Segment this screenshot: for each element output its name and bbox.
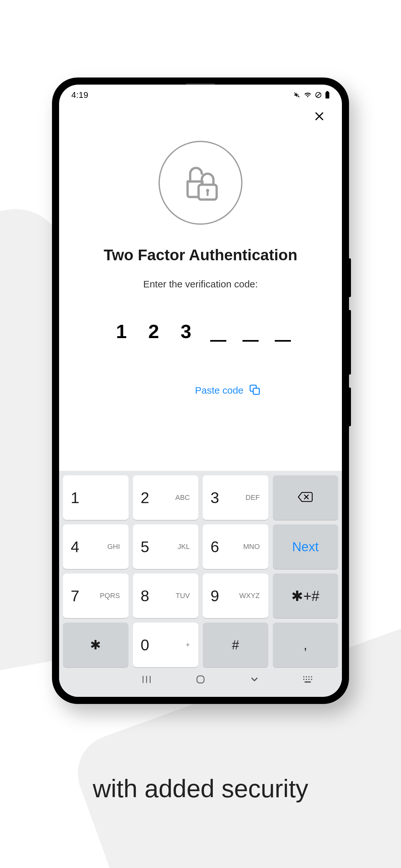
svg-point-23 xyxy=(308,679,310,680)
status-bar: 4:19 xyxy=(59,85,342,105)
code-digit: 3 xyxy=(178,322,194,342)
code-digit: 2 xyxy=(146,322,162,342)
key-num: 3 xyxy=(211,489,219,507)
key-num: 9 xyxy=(211,587,219,605)
content: Two Factor Authentication Enter the veri… xyxy=(59,125,342,397)
key-num: 5 xyxy=(141,538,150,556)
key-1[interactable]: 1 xyxy=(63,475,128,520)
key-letters: GHI xyxy=(107,542,120,551)
key-5[interactable]: 5 JKL xyxy=(133,524,198,569)
wifi-icon xyxy=(304,91,312,98)
svg-point-18 xyxy=(306,676,307,678)
svg-rect-2 xyxy=(326,92,329,98)
key-7[interactable]: 7 PQRS xyxy=(63,574,128,618)
key-star-label: ✱ xyxy=(90,638,101,652)
code-digit: 1 xyxy=(113,322,129,342)
screen: 4:19 xyxy=(59,85,342,697)
key-4[interactable]: 4 GHI xyxy=(63,524,128,569)
svg-point-22 xyxy=(306,679,307,680)
svg-point-17 xyxy=(303,676,305,678)
lock-circle xyxy=(158,141,243,225)
key-letters: TUV xyxy=(176,592,190,600)
code-input[interactable]: 1 2 3 xyxy=(113,322,291,342)
key-backspace[interactable] xyxy=(273,475,338,520)
key-hash-label: # xyxy=(232,638,239,652)
page-title: Two Factor Authentication xyxy=(104,246,297,264)
key-num: 7 xyxy=(71,587,80,605)
phone-side-button xyxy=(349,388,351,426)
close-button[interactable] xyxy=(312,109,327,125)
svg-rect-25 xyxy=(305,681,311,683)
key-letters: + xyxy=(186,641,190,649)
key-next-label: Next xyxy=(292,539,319,554)
key-0[interactable]: 0 + xyxy=(133,623,198,667)
key-star[interactable]: ✱ xyxy=(63,623,128,667)
key-letters: MNO xyxy=(243,542,259,551)
svg-rect-3 xyxy=(327,91,328,92)
close-icon xyxy=(313,111,325,123)
lock-icon xyxy=(175,156,226,209)
key-letters: PQRS xyxy=(100,592,120,600)
code-blank xyxy=(243,340,258,342)
topbar xyxy=(59,105,342,125)
svg-point-20 xyxy=(311,676,312,678)
key-num: 6 xyxy=(211,538,219,556)
paste-code-button[interactable]: Paste code xyxy=(72,383,329,397)
numeric-keyboard: 1 2 ABC 3 DEF 4 xyxy=(59,471,342,667)
svg-rect-16 xyxy=(197,676,204,683)
no-signal-icon xyxy=(315,91,322,98)
nav-recents-icon[interactable] xyxy=(141,675,152,685)
status-icons xyxy=(294,91,330,99)
key-3[interactable]: 3 DEF xyxy=(203,475,268,520)
backspace-icon xyxy=(297,491,313,504)
key-letters: JKL xyxy=(178,542,190,551)
phone-frame: 4:19 xyxy=(52,78,349,704)
marketing-caption: with added security xyxy=(0,774,401,803)
key-comma-label: , xyxy=(304,638,307,652)
code-blank xyxy=(275,340,291,342)
key-next[interactable]: Next xyxy=(273,524,338,569)
key-num: 8 xyxy=(141,587,150,605)
key-num: 2 xyxy=(141,489,150,507)
key-comma[interactable]: , xyxy=(273,623,338,667)
svg-point-24 xyxy=(311,679,312,680)
paste-code-label: Paste code xyxy=(195,385,243,396)
nav-back-icon[interactable] xyxy=(249,674,259,686)
key-8[interactable]: 8 TUV xyxy=(133,574,198,618)
key-hash[interactable]: # xyxy=(203,623,268,667)
key-symbols-label: ✱+# xyxy=(291,588,319,604)
phone-side-button xyxy=(349,258,351,297)
svg-point-21 xyxy=(303,679,305,680)
key-symbols[interactable]: ✱+# xyxy=(273,574,338,618)
android-navbar xyxy=(59,667,342,697)
key-num: 1 xyxy=(71,489,80,507)
key-2[interactable]: 2 ABC xyxy=(133,475,198,520)
nav-home-icon[interactable] xyxy=(195,674,206,686)
page-subtitle: Enter the verification code: xyxy=(143,279,258,290)
svg-rect-10 xyxy=(253,388,259,394)
copy-icon xyxy=(249,383,261,397)
key-letters: WXYZ xyxy=(239,592,260,600)
nav-keyboard-icon[interactable] xyxy=(303,676,314,685)
svg-line-1 xyxy=(316,93,320,97)
phone-side-button xyxy=(349,310,351,375)
key-num: 0 xyxy=(141,636,150,654)
key-letters: ABC xyxy=(175,493,190,502)
key-letters: DEF xyxy=(246,493,260,502)
status-time: 4:19 xyxy=(71,90,89,100)
svg-point-19 xyxy=(308,676,310,678)
key-9[interactable]: 9 WXYZ xyxy=(203,574,268,618)
mute-icon xyxy=(294,91,301,98)
battery-icon xyxy=(325,91,330,99)
key-num: 4 xyxy=(71,538,80,556)
code-blank xyxy=(210,340,226,342)
key-6[interactable]: 6 MNO xyxy=(203,524,268,569)
